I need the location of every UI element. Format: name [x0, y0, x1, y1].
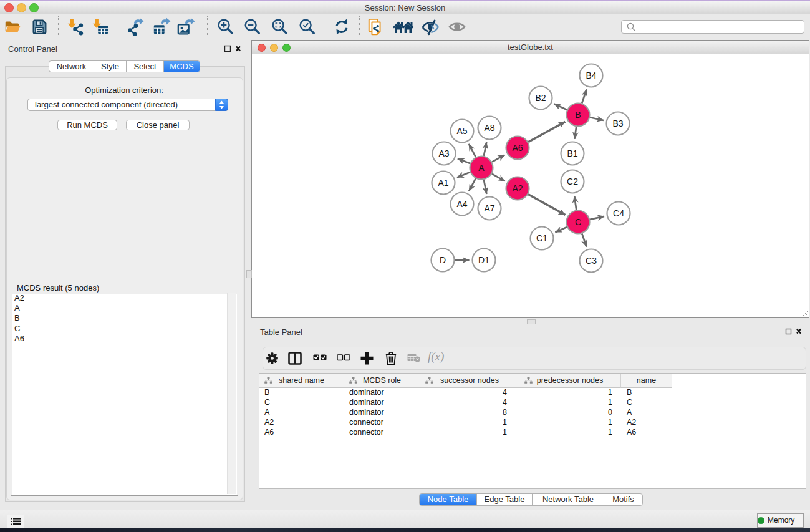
svg-text:A: A: [478, 163, 485, 173]
svg-text:A8: A8: [484, 123, 494, 133]
svg-text:B2: B2: [535, 93, 546, 103]
svg-text:A1: A1: [438, 178, 448, 188]
svg-text:A4: A4: [456, 199, 467, 209]
svg-text:B4: B4: [586, 70, 596, 80]
svg-text:A3: A3: [438, 148, 449, 158]
svg-text:C3: C3: [586, 256, 597, 266]
svg-text:B: B: [575, 110, 581, 120]
svg-text:C4: C4: [613, 208, 624, 218]
svg-text:C1: C1: [536, 233, 547, 243]
svg-text:B1: B1: [567, 148, 577, 158]
svg-text:A7: A7: [484, 203, 494, 213]
svg-text:A5: A5: [456, 126, 467, 136]
svg-text:D: D: [440, 255, 446, 265]
svg-text:A6: A6: [512, 143, 523, 153]
svg-text:C: C: [575, 217, 581, 227]
svg-text:D1: D1: [478, 255, 489, 265]
svg-text:B3: B3: [612, 118, 623, 128]
svg-text:A2: A2: [512, 183, 523, 193]
svg-text:C2: C2: [567, 177, 578, 186]
